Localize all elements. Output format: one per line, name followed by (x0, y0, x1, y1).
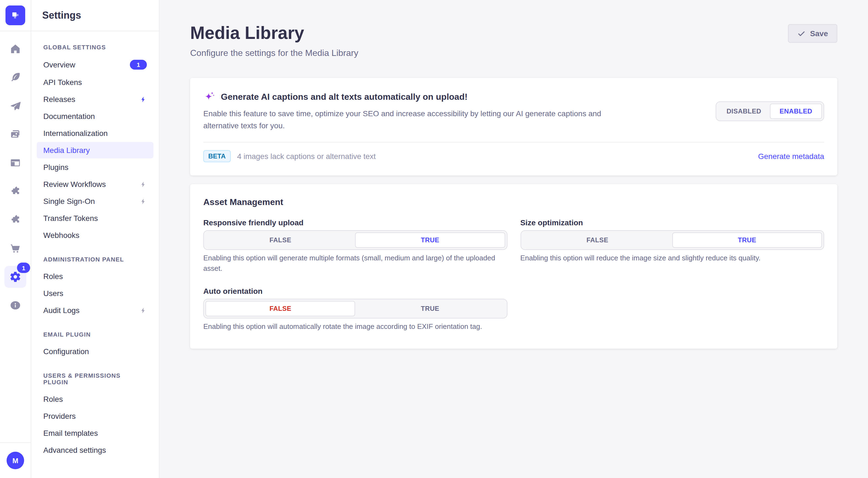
lightning-icon (140, 198, 147, 205)
sidebar-item-users[interactable]: Users (37, 285, 153, 301)
sidebar-item-providers[interactable]: Providers (37, 408, 153, 424)
sidebar-item-label: Internationalization (43, 129, 108, 138)
sidebar-item-transfer-tokens[interactable]: Transfer Tokens (37, 210, 153, 227)
sidebar-section-users-permissions-plugin: USERS & PERMISSIONS PLUGINRolesProviders… (37, 367, 153, 458)
field-hint: Enabling this option will generate multi… (203, 253, 507, 274)
sidebar-item-label: Email templates (43, 429, 98, 438)
section-label: EMAIL PLUGIN (37, 326, 153, 342)
ai-captions-card: Generate AI captions and alt texts autom… (190, 78, 837, 175)
ai-enabled-toggle: DISABLED ENABLED (716, 102, 824, 121)
card-divider (203, 142, 824, 143)
beta-badge: BETA (203, 150, 231, 162)
sidebar-item-label: Roles (43, 272, 63, 281)
strapi-admin-app: 1 M Settings GLOBAL SETTINGSOverview1API… (0, 0, 868, 478)
sidebar-item-label: Review Workflows (43, 180, 106, 188)
toggle-option-disabled[interactable]: DISABLED (718, 104, 770, 119)
field-hint: Enabling this option will reduce the ima… (520, 253, 824, 264)
status-text: 4 images lack captions or alternative te… (237, 152, 376, 160)
field-label: Responsive friendly upload (203, 218, 507, 227)
sidebar-item-webhooks[interactable]: Webhooks (37, 227, 153, 243)
cart-icon[interactable] (0, 234, 31, 263)
sidebar-item-label: Media Library (43, 146, 90, 155)
sparkles-icon (203, 91, 215, 103)
sidebar-item-audit-logs[interactable]: Audit Logs (37, 302, 153, 319)
sidebar-item-roles[interactable]: Roles (37, 391, 153, 407)
sidebar-item-advanced-settings[interactable]: Advanced settings (37, 442, 153, 458)
sidebar-item-label: Users (43, 289, 63, 298)
info-icon[interactable] (0, 291, 31, 320)
main-content: Media Library Configure the settings for… (159, 0, 868, 478)
workspace-logo[interactable] (5, 5, 25, 25)
section-label: GLOBAL SETTINGS (37, 39, 153, 55)
page-header: Media Library Configure the settings for… (190, 0, 837, 58)
media-library-icon[interactable] (0, 120, 31, 149)
field-auto-orientation: Auto orientation FALSE TRUE Enabling thi… (203, 287, 507, 332)
settings-icon[interactable]: 1 (4, 266, 26, 288)
asset-management-grid: Responsive friendly upload FALSE TRUE En… (203, 218, 824, 332)
sidebar-item-label: Plugins (43, 163, 68, 172)
toggle-option-false[interactable]: FALSE (206, 232, 355, 248)
sidebar-item-internationalization[interactable]: Internationalization (37, 125, 153, 142)
sidebar-item-configuration[interactable]: Configuration (37, 343, 153, 360)
rail-header (0, 0, 31, 31)
sidebar-item-single-sign-on[interactable]: Single Sign-On (37, 193, 153, 209)
field-label: Size optimization (520, 218, 824, 227)
home-icon[interactable] (0, 34, 31, 63)
asset-management-card: Asset Management Responsive friendly upl… (190, 184, 837, 349)
generate-metadata-link[interactable]: Generate metadata (758, 152, 824, 160)
layout-icon[interactable] (0, 149, 31, 177)
lightning-icon (140, 307, 147, 314)
sidebar-item-label: Audit Logs (43, 306, 80, 315)
sidebar-item-label: Configuration (43, 347, 89, 356)
sidebar-item-review-workflows[interactable]: Review Workflows (37, 176, 153, 192)
lightning-icon (140, 96, 147, 103)
settings-sidebar: Settings GLOBAL SETTINGSOverview1API Tok… (31, 0, 159, 478)
save-button[interactable]: Save (788, 24, 837, 43)
settings-rail-cell: 1 (0, 263, 31, 291)
sidebar-item-api-tokens[interactable]: API Tokens (37, 74, 153, 90)
field-responsive-friendly-upload: Responsive friendly upload FALSE TRUE En… (203, 218, 507, 274)
main-nav-rail: 1 M (0, 0, 31, 478)
sidebar-item-roles[interactable]: Roles (37, 268, 153, 285)
ai-card-description: Enable this feature to save time, optimi… (203, 108, 603, 132)
check-icon (798, 29, 806, 37)
field-hint: Enabling this option will automatically … (203, 322, 507, 332)
plugins-icon[interactable] (0, 177, 31, 206)
sidebar-section-global-settings: GLOBAL SETTINGSOverview1API TokensReleas… (37, 39, 153, 243)
notification-badge: 1 (130, 60, 147, 70)
sidebar-item-email-templates[interactable]: Email templates (37, 425, 153, 441)
toggle-option-true[interactable]: TRUE (355, 232, 505, 248)
rail-icon-list: 1 (0, 31, 31, 442)
ai-card-footer: BETA 4 images lack captions or alternati… (203, 150, 824, 162)
section-label: USERS & PERMISSIONS PLUGIN (37, 367, 153, 390)
feather-icon[interactable] (0, 63, 31, 92)
sidebar-item-label: Webhooks (43, 231, 80, 240)
field-size-optimization: Size optimization FALSE TRUE Enabling th… (520, 218, 824, 274)
section-label: ADMINISTRATION PANEL (37, 251, 153, 268)
paper-plane-icon[interactable] (0, 92, 31, 120)
sidebar-item-media-library[interactable]: Media Library (37, 142, 153, 158)
notification-badge: 1 (17, 263, 30, 273)
sidebar-item-documentation[interactable]: Documentation (37, 108, 153, 124)
auto-orientation-toggle: FALSE TRUE (203, 299, 507, 319)
toggle-option-true[interactable]: TRUE (355, 301, 505, 317)
extensions-icon[interactable] (0, 206, 31, 234)
sidebar-item-plugins[interactable]: Plugins (37, 159, 153, 175)
strapi-logo-icon (10, 10, 21, 21)
toggle-option-true[interactable]: TRUE (672, 232, 822, 248)
sidebar-item-label: Transfer Tokens (43, 214, 98, 222)
toggle-option-false[interactable]: FALSE (206, 301, 355, 317)
sidebar-section-email-plugin: EMAIL PLUGINConfiguration (37, 326, 153, 360)
sidebar-section-administration-panel: ADMINISTRATION PANELRolesUsersAudit Logs (37, 251, 153, 319)
sidebar-item-releases[interactable]: Releases (37, 91, 153, 108)
sidebar-item-label: Providers (43, 412, 75, 420)
rail-footer: M (0, 442, 31, 478)
asset-management-title: Asset Management (203, 197, 824, 207)
toggle-option-false[interactable]: FALSE (523, 232, 672, 248)
user-avatar[interactable]: M (7, 452, 24, 469)
toggle-option-enabled[interactable]: ENABLED (770, 104, 822, 119)
sidebar-title: Settings (42, 9, 81, 21)
sidebar-item-overview[interactable]: Overview1 (37, 56, 153, 73)
sidebar-nav-list: GLOBAL SETTINGSOverview1API TokensReleas… (31, 31, 159, 470)
sidebar-item-label: Advanced settings (43, 446, 106, 454)
